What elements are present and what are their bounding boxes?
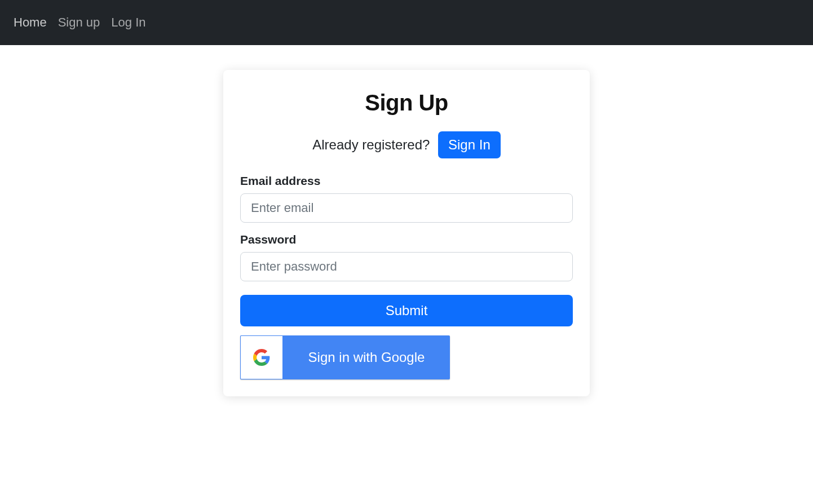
password-group: Password: [240, 233, 573, 281]
nav-home[interactable]: Home: [14, 15, 47, 30]
already-registered-text: Already registered?: [312, 137, 434, 152]
already-registered-row: Already registered? Sign In: [240, 131, 573, 158]
password-field[interactable]: [240, 252, 573, 281]
signup-card: Sign Up Already registered? Sign In Emai…: [223, 70, 590, 396]
nav-signup[interactable]: Sign up: [58, 15, 100, 30]
google-signin-label: Sign in with Google: [283, 335, 450, 379]
email-group: Email address: [240, 174, 573, 223]
nav-login[interactable]: Log In: [111, 15, 145, 30]
google-signin-button[interactable]: Sign in with Google: [240, 335, 450, 379]
email-label: Email address: [240, 174, 573, 188]
password-label: Password: [240, 233, 573, 246]
google-icon: [240, 335, 283, 379]
page-title: Sign Up: [240, 90, 573, 116]
email-field[interactable]: [240, 193, 573, 223]
navbar: Home Sign up Log In: [0, 0, 813, 45]
submit-button[interactable]: Submit: [240, 295, 573, 326]
main-container: Sign Up Already registered? Sign In Emai…: [0, 45, 813, 421]
signin-button[interactable]: Sign In: [438, 131, 501, 158]
